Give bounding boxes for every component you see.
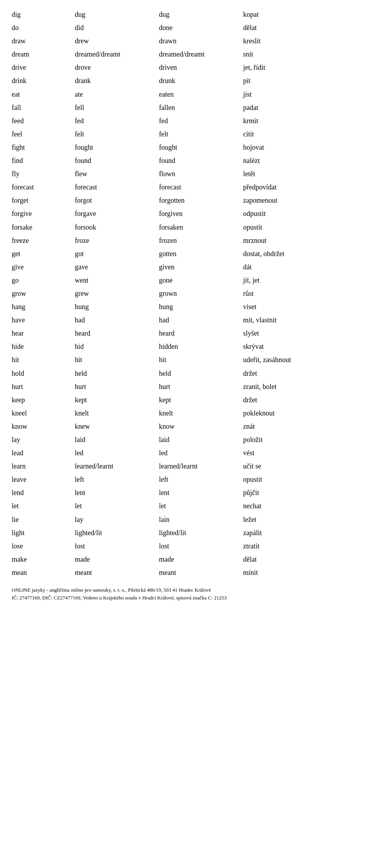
base-form: fight bbox=[12, 141, 75, 154]
table-row: lightlighted/litlighted/litzapálit bbox=[12, 526, 362, 539]
czech-translation: udeřit, zasáhnout bbox=[243, 353, 362, 366]
czech-translation: položit bbox=[243, 433, 362, 446]
base-form: drive bbox=[12, 61, 75, 74]
table-row: knowknewknowznát bbox=[12, 420, 362, 433]
base-form: lend bbox=[12, 486, 75, 499]
participle-form: found bbox=[159, 154, 243, 167]
participle-form: meant bbox=[159, 566, 243, 579]
base-form: grow bbox=[12, 287, 75, 300]
participle-form: eaten bbox=[159, 88, 243, 101]
table-row: eatateeatenjíst bbox=[12, 88, 362, 101]
past-form: lent bbox=[75, 486, 159, 499]
participle-form: hidden bbox=[159, 340, 243, 353]
czech-translation: kopat bbox=[243, 8, 362, 21]
base-form: forsake bbox=[12, 221, 75, 234]
table-row: hidehidhiddenskrývat bbox=[12, 340, 362, 353]
czech-translation: vést bbox=[243, 446, 362, 460]
participle-form: frozen bbox=[159, 234, 243, 247]
participle-form: driven bbox=[159, 61, 243, 74]
table-row: getgotgottendostat, obdržet bbox=[12, 247, 362, 260]
base-form: eat bbox=[12, 88, 75, 101]
past-form: dug bbox=[75, 8, 159, 21]
czech-translation: kreslit bbox=[243, 34, 362, 48]
past-form: held bbox=[75, 367, 159, 380]
table-row: feedfedfedkrmit bbox=[12, 114, 362, 127]
czech-translation: cítit bbox=[243, 127, 362, 141]
participle-form: had bbox=[159, 313, 243, 327]
footer-line1: ONLINE jazyky - angličtina online pro sa… bbox=[12, 586, 362, 594]
participle-form: dug bbox=[159, 8, 243, 21]
participle-form: laid bbox=[159, 433, 243, 446]
past-form: drove bbox=[75, 61, 159, 74]
table-row: flyflewflownletět bbox=[12, 167, 362, 180]
base-form: lie bbox=[12, 513, 75, 526]
czech-translation: padat bbox=[243, 101, 362, 114]
base-form: lose bbox=[12, 539, 75, 553]
participle-form: drawn bbox=[159, 34, 243, 48]
participle-form: felt bbox=[159, 127, 243, 141]
participle-form: lost bbox=[159, 539, 243, 553]
base-form: feel bbox=[12, 127, 75, 141]
czech-translation: pít bbox=[243, 74, 362, 87]
table-row: findfoundfoundnalézt bbox=[12, 154, 362, 167]
base-form: hold bbox=[12, 367, 75, 380]
table-row: makemademadedělat bbox=[12, 553, 362, 566]
base-form: have bbox=[12, 313, 75, 327]
verb-table: digdugdugkopatdodiddonedělatdrawdrewdraw… bbox=[12, 8, 362, 579]
participle-form: gotten bbox=[159, 247, 243, 260]
czech-translation: dát bbox=[243, 260, 362, 274]
czech-translation: učit se bbox=[243, 460, 362, 473]
past-form: led bbox=[75, 446, 159, 460]
table-row: hithithitudeřit, zasáhnout bbox=[12, 353, 362, 366]
participle-form: led bbox=[159, 446, 243, 460]
past-form: knew bbox=[75, 420, 159, 433]
czech-translation: zapomenout bbox=[243, 194, 362, 207]
past-form: had bbox=[75, 313, 159, 327]
czech-translation: jíst bbox=[243, 88, 362, 101]
participle-form: forsaken bbox=[159, 221, 243, 234]
base-form: freeze bbox=[12, 234, 75, 247]
table-row: loselostlostztratit bbox=[12, 539, 362, 553]
czech-translation: mínit bbox=[243, 566, 362, 579]
base-form: find bbox=[12, 154, 75, 167]
past-form: dreamed/dreamt bbox=[75, 48, 159, 61]
table-row: letletletnechat bbox=[12, 499, 362, 513]
table-row: growgrewgrownrůst bbox=[12, 287, 362, 300]
base-form: mean bbox=[12, 566, 75, 579]
past-form: felt bbox=[75, 127, 159, 141]
base-form: make bbox=[12, 553, 75, 566]
table-row: dreamdreamed/dreamtdreamed/dreamtsnít bbox=[12, 48, 362, 61]
czech-translation: půjčit bbox=[243, 486, 362, 499]
participle-form: lighted/lit bbox=[159, 526, 243, 539]
base-form: hear bbox=[12, 327, 75, 340]
participle-form: heard bbox=[159, 327, 243, 340]
czech-translation: znát bbox=[243, 420, 362, 433]
past-form: lost bbox=[75, 539, 159, 553]
base-form: dig bbox=[12, 8, 75, 21]
czech-translation: letět bbox=[243, 167, 362, 180]
participle-form: forgotten bbox=[159, 194, 243, 207]
past-form: laid bbox=[75, 433, 159, 446]
base-form: hit bbox=[12, 353, 75, 366]
table-row: feelfeltfeltcítit bbox=[12, 127, 362, 141]
table-row: drawdrewdrawnkreslit bbox=[12, 34, 362, 48]
table-row: freezefrozefrozenmrznout bbox=[12, 234, 362, 247]
table-row: leaveleftleftopustit bbox=[12, 473, 362, 486]
participle-form: made bbox=[159, 553, 243, 566]
participle-form: flown bbox=[159, 167, 243, 180]
past-form: drank bbox=[75, 74, 159, 87]
past-form: found bbox=[75, 154, 159, 167]
participle-form: hung bbox=[159, 300, 243, 313]
past-form: froze bbox=[75, 234, 159, 247]
past-form: knelt bbox=[75, 407, 159, 420]
participle-form: gone bbox=[159, 274, 243, 287]
czech-translation: nechat bbox=[243, 499, 362, 513]
past-form: made bbox=[75, 553, 159, 566]
base-form: fly bbox=[12, 167, 75, 180]
footer-line2: IČ: 27477169, DIČ: CZ27477169, Vedeno u … bbox=[12, 594, 362, 602]
base-form: lay bbox=[12, 433, 75, 446]
table-row: fallfellfallenpadat bbox=[12, 101, 362, 114]
past-form: gave bbox=[75, 260, 159, 274]
past-form: hid bbox=[75, 340, 159, 353]
table-row: hanghunghungviset bbox=[12, 300, 362, 313]
